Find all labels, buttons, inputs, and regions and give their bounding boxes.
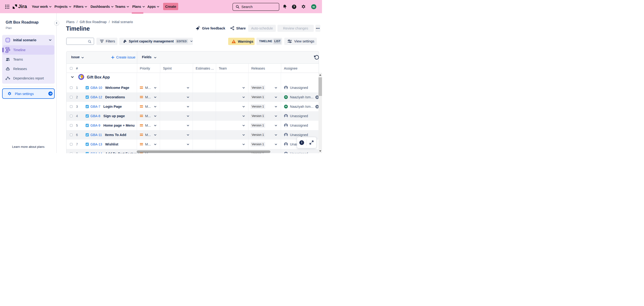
svg-text:?: ? — [293, 5, 295, 8]
